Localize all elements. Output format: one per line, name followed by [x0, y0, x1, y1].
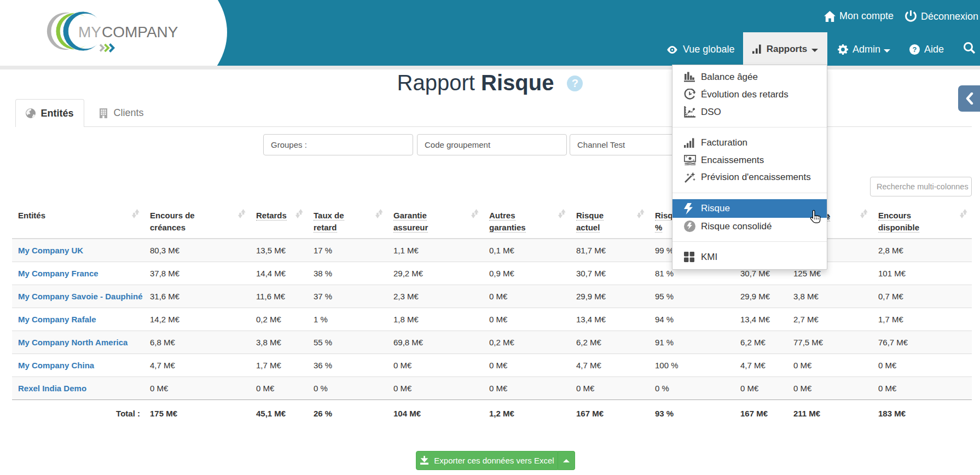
svg-text:MY: MY: [78, 24, 101, 40]
svg-text:COMPANY: COMPANY: [102, 24, 178, 40]
svg-text:?: ?: [913, 45, 917, 54]
